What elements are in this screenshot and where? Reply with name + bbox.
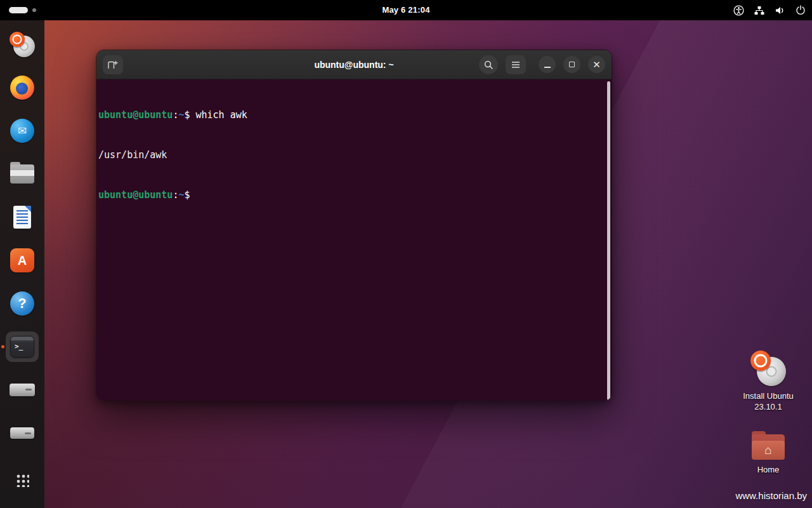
new-tab-button[interactable]: [103, 55, 123, 74]
help-icon: ?: [10, 291, 34, 316]
dock-item-thunderbird[interactable]: ✉: [6, 116, 39, 146]
app-center-icon: A: [10, 248, 34, 272]
dock: ✉ A ? >_: [0, 20, 44, 508]
clock[interactable]: May 6 21:04: [0, 0, 812, 20]
typed-command: which awk: [196, 109, 247, 121]
system-status-area[interactable]: [733, 0, 806, 20]
terminal-window: ubuntu@ubuntu: ~: [96, 50, 612, 401]
hamburger-icon: [511, 61, 520, 69]
prompt-user-host: ubuntu@ubuntu: [98, 189, 173, 201]
minimize-icon: [544, 67, 551, 68]
ubuntu-installer-icon: [10, 32, 35, 57]
maximize-icon: [569, 62, 575, 67]
home-glyph: ⌂: [764, 443, 771, 457]
search-button[interactable]: [479, 55, 498, 74]
files-icon: [10, 164, 34, 184]
dock-item-files[interactable]: [6, 159, 39, 189]
dock-item-firefox[interactable]: [6, 72, 39, 103]
network-icon[interactable]: [754, 6, 764, 15]
ubuntu-installer-icon: [750, 351, 786, 386]
maximize-button[interactable]: [563, 56, 580, 73]
dock-item-disk-drive-2[interactable]: [6, 418, 39, 448]
dock-item-app-grid[interactable]: [6, 465, 39, 495]
titlebar[interactable]: ubuntu@ubuntu: ~: [96, 50, 612, 79]
dock-item-disk-drive-1[interactable]: [6, 375, 39, 405]
terminal-line-prompt-command: ubuntu@ubuntu:~$which awk: [98, 109, 603, 122]
dock-item-app-center[interactable]: A: [6, 245, 39, 276]
thunderbird-icon: ✉: [10, 119, 34, 143]
top-bar: May 6 21:04: [0, 0, 812, 20]
libreoffice-writer-icon: [13, 206, 31, 229]
terminal-line-prompt: ubuntu@ubuntu:~$: [98, 189, 603, 202]
search-icon: [484, 60, 493, 69]
desktop-icon-label: Install Ubuntu 23.10.1: [733, 391, 803, 412]
power-icon[interactable]: [796, 5, 806, 15]
disk-drive-icon: [10, 384, 35, 396]
wallpaper-watermark: www.historian.by: [735, 490, 807, 501]
terminal-icon: >_: [10, 336, 34, 358]
terminal-line-output: /usr/bin/awk: [98, 149, 603, 162]
firefox-icon: [10, 76, 34, 100]
disk-drive-icon: [10, 427, 34, 439]
minimize-button[interactable]: [539, 56, 556, 73]
prompt-user-host: ubuntu@ubuntu: [98, 109, 173, 121]
dock-item-help[interactable]: ?: [6, 288, 39, 319]
dock-item-terminal[interactable]: >_: [6, 331, 39, 362]
desktop-icon-home[interactable]: ⌂ Home: [733, 434, 803, 475]
desktop-icon-label: Home: [757, 464, 780, 475]
dock-item-libreoffice-writer[interactable]: [6, 202, 39, 232]
app-grid-icon: [15, 473, 29, 487]
close-icon: ✕: [593, 60, 601, 69]
volume-icon[interactable]: [775, 6, 785, 15]
accessibility-icon[interactable]: [733, 5, 744, 16]
terminal-output-area[interactable]: ubuntu@ubuntu:~$which awk /usr/bin/awk u…: [96, 79, 612, 401]
close-button[interactable]: ✕: [588, 56, 605, 73]
dock-item-ubuntu-installer[interactable]: [6, 29, 39, 60]
home-folder-icon: ⌂: [752, 434, 785, 460]
desktop-icon-install-ubuntu[interactable]: Install Ubuntu 23.10.1: [733, 351, 803, 412]
terminal-scrollbar[interactable]: [607, 81, 610, 400]
menu-button[interactable]: [506, 55, 526, 74]
